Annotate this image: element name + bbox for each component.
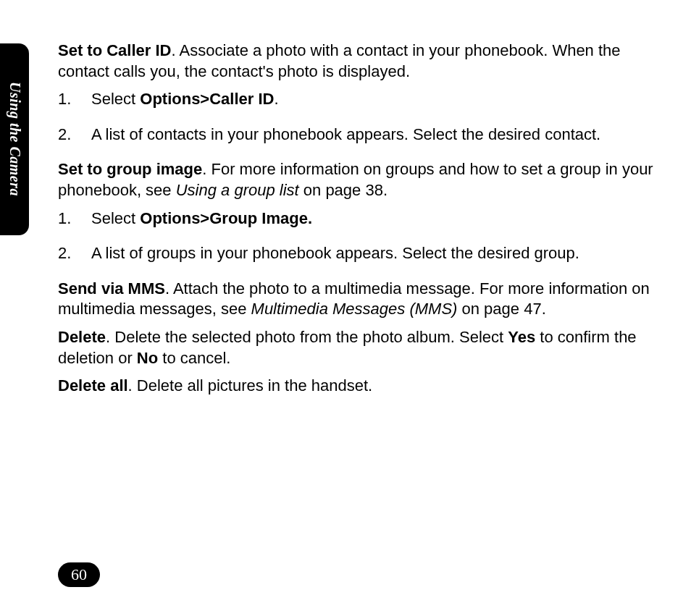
step-pre: Select [91,90,140,108]
send-mms-paragraph: Send via MMS. Attach the photo to a mult… [58,279,669,320]
delete-no: No [137,349,158,367]
step-pre: Select [91,209,140,227]
send-mms-xref: Multimedia Messages (MMS) [251,300,458,318]
step-text: Select Options>Caller ID. [91,89,669,110]
send-mms-title: Send via MMS [58,279,165,298]
caller-id-paragraph: Set to Caller ID. Associate a photo with… [58,41,669,82]
step-number: 2. [58,125,91,145]
delete-all-desc: . Delete all pictures in the handset. [128,376,373,395]
step-text: A list of contacts in your phonebook app… [91,125,669,145]
page-content: Set to Caller ID. Associate a photo with… [58,41,669,404]
delete-all-paragraph: Delete all. Delete all pictures in the h… [58,376,669,397]
delete-paragraph: Delete. Delete the selected photo from t… [58,327,669,368]
menu-path-group-image: Options>Group Image. [140,209,312,227]
delete-c: to cancel. [158,349,230,367]
delete-yes: Yes [508,328,535,346]
step-post: . [274,90,278,108]
group-image-paragraph: Set to group image. For more information… [58,159,669,201]
page-number-badge: 60 [58,562,100,587]
step-number: 1. [58,89,91,110]
menu-path-caller-id: Options>Caller ID [140,90,274,108]
group-image-step-2: 2. A list of groups in your phonebook ap… [58,243,669,264]
step-text: A list of groups in your phonebook appea… [91,243,669,264]
group-image-step-1: 1. Select Options>Group Image. [58,208,669,229]
group-image-xref: Using a group list [176,181,299,199]
group-image-title: Set to group image [58,160,202,178]
page-number: 60 [71,565,87,584]
delete-a: . Delete the selected photo from the pho… [106,328,508,346]
delete-title: Delete [58,328,106,346]
section-tab-label: Using the Camera [7,82,23,196]
caller-id-title: Set to Caller ID [58,41,171,59]
caller-id-step-2: 2. A list of contacts in your phonebook … [58,125,669,145]
caller-id-step-1: 1. Select Options>Caller ID. [58,89,669,110]
delete-all-title: Delete all [58,376,128,395]
step-number: 2. [58,243,91,264]
section-tab: Using the Camera [0,43,29,235]
step-text: Select Options>Group Image. [91,208,669,229]
group-image-desc-b: on page 38. [299,181,388,199]
send-mms-desc-b: on page 47. [457,300,545,318]
step-number: 1. [58,208,91,229]
